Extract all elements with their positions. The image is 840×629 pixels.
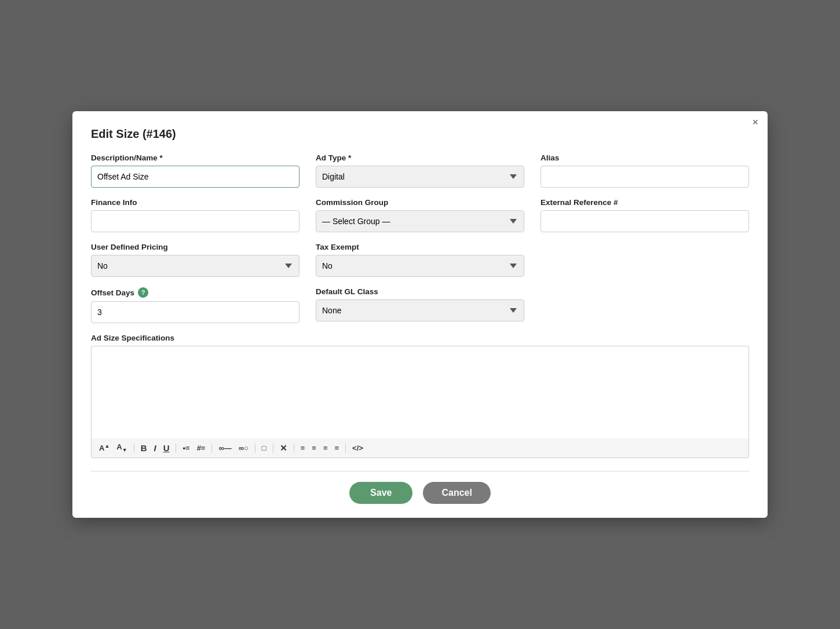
- editor-wrapper: A▲ A▼ B I U •≡ #≡ ∞— ∞○ □: [91, 346, 749, 458]
- editor-toolbar: A▲ A▼ B I U •≡ #≡ ∞— ∞○ □: [91, 438, 749, 458]
- edit-size-modal: × Edit Size (#146) Description/Name * Ad…: [72, 111, 768, 518]
- toolbar-underline[interactable]: U: [162, 443, 171, 454]
- modal-footer: Save Cancel: [91, 482, 749, 504]
- finance-label: Finance Info: [91, 198, 300, 207]
- toolbar-align-justify[interactable]: ≡: [333, 443, 341, 453]
- alias-input[interactable]: [540, 166, 749, 188]
- tax-exempt-label: Tax Exempt: [316, 243, 524, 251]
- user-pricing-select[interactable]: No Yes: [91, 255, 300, 277]
- toolbar-sep-1: [134, 444, 134, 453]
- toolbar-image[interactable]: □: [260, 443, 268, 453]
- commission-group: Commission Group — Select Group — Group …: [316, 198, 524, 232]
- toolbar-sep-5: [273, 444, 273, 453]
- ad-specs-label: Ad Size Specifications: [91, 334, 749, 342]
- form-grid: Description/Name * Ad Type * Digital Pri…: [91, 153, 749, 458]
- adtype-label: Ad Type *: [316, 153, 524, 162]
- offset-days-input[interactable]: [91, 301, 300, 323]
- toolbar-ol[interactable]: #≡: [195, 443, 207, 453]
- tax-exempt-select[interactable]: No Yes: [316, 255, 524, 277]
- toolbar-sep-3: [211, 444, 212, 453]
- ad-specs-group: Ad Size Specifications A▲ A▼ B I U •≡ #≡: [91, 334, 749, 458]
- offset-days-label: Offset Days ?: [91, 287, 300, 298]
- description-group: Description/Name *: [91, 153, 300, 188]
- offset-days-group: Offset Days ?: [91, 287, 300, 323]
- tax-exempt-group: Tax Exempt No Yes: [316, 243, 524, 277]
- default-gl-group: Default GL Class None Class A Class B: [316, 287, 524, 323]
- toolbar-source[interactable]: </>: [350, 443, 365, 453]
- footer-divider: [91, 471, 749, 471]
- cancel-button[interactable]: Cancel: [423, 482, 490, 504]
- external-label: External Reference #: [540, 198, 749, 207]
- ad-specs-textarea[interactable]: [91, 346, 749, 438]
- adtype-group: Ad Type * Digital Print Online: [316, 153, 524, 188]
- finance-group: Finance Info: [91, 198, 300, 232]
- toolbar-ul[interactable]: •≡: [181, 443, 191, 453]
- alias-label: Alias: [540, 153, 749, 162]
- empty-row3: [540, 243, 749, 277]
- toolbar-font-decrease[interactable]: A▼: [115, 442, 129, 454]
- adtype-select[interactable]: Digital Print Online: [316, 166, 524, 188]
- toolbar-remove-format[interactable]: ✕: [278, 443, 289, 454]
- toolbar-font-increase[interactable]: A▲: [97, 443, 111, 453]
- default-gl-select[interactable]: None Class A Class B: [316, 299, 524, 321]
- commission-label: Commission Group: [316, 198, 524, 207]
- user-pricing-group: User Defined Pricing No Yes: [91, 243, 300, 277]
- toolbar-italic[interactable]: I: [152, 443, 158, 454]
- empty-row4: [540, 287, 749, 323]
- modal-overlay: × Edit Size (#146) Description/Name * Ad…: [0, 0, 840, 629]
- toolbar-sep-6: [294, 444, 294, 453]
- commission-select[interactable]: — Select Group — Group A Group B: [316, 210, 524, 232]
- description-label: Description/Name *: [91, 153, 300, 162]
- toolbar-bold[interactable]: B: [139, 443, 149, 454]
- toolbar-link[interactable]: ∞—: [217, 443, 233, 453]
- description-input[interactable]: [91, 166, 300, 188]
- finance-input[interactable]: [91, 210, 300, 232]
- modal-title: Edit Size (#146): [91, 127, 749, 141]
- alias-group: Alias: [540, 153, 749, 188]
- toolbar-unlink[interactable]: ∞○: [237, 443, 250, 453]
- toolbar-align-center[interactable]: ≡: [310, 443, 318, 453]
- user-pricing-label: User Defined Pricing: [91, 243, 300, 251]
- toolbar-sep-4: [255, 444, 255, 453]
- toolbar-align-right[interactable]: ≡: [322, 443, 330, 453]
- external-group: External Reference #: [540, 198, 749, 232]
- toolbar-align-left[interactable]: ≡: [299, 443, 307, 453]
- save-button[interactable]: Save: [349, 482, 412, 504]
- close-button[interactable]: ×: [752, 117, 758, 127]
- toolbar-sep-7: [345, 444, 346, 453]
- offset-days-help-icon[interactable]: ?: [138, 287, 148, 298]
- default-gl-label: Default GL Class: [316, 287, 524, 296]
- toolbar-sep-2: [176, 444, 176, 453]
- external-input[interactable]: [540, 210, 749, 232]
